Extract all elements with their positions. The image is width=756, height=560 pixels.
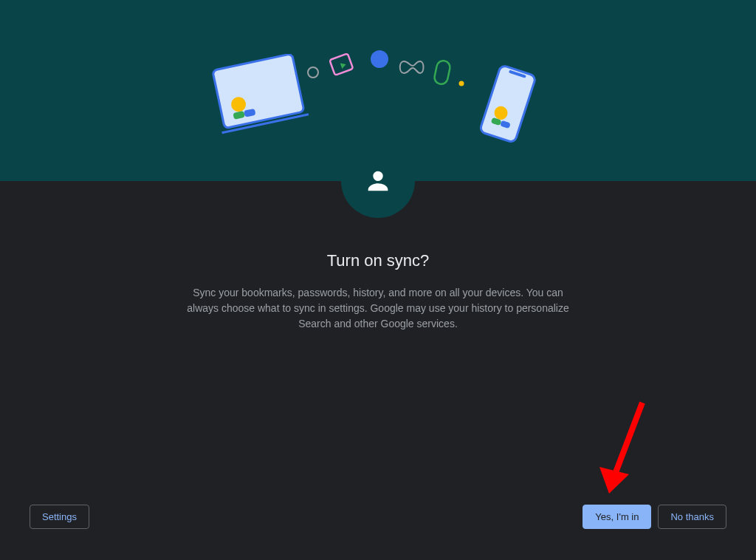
svg-point-7: [371, 50, 388, 68]
laptop-icon: [205, 54, 315, 143]
circle-filled-icon: [368, 48, 391, 70]
page-description: Sync your bookmarks, passwords, history,…: [186, 285, 570, 332]
sync-illustration: [193, 17, 563, 165]
dot-icon: [458, 80, 465, 87]
svg-point-9: [459, 81, 464, 86]
page-title: Turn on sync?: [30, 251, 726, 270]
footer: Settings Yes, I'm in No thanks: [0, 505, 756, 529]
svg-point-5: [308, 67, 318, 78]
svg-point-15: [373, 171, 382, 181]
footer-actions: Yes, I'm in No thanks: [583, 505, 726, 529]
person-icon: [363, 166, 393, 196]
svg-rect-10: [479, 64, 536, 143]
arrow-annotation-icon: [591, 399, 657, 510]
rectangle-icon: [326, 50, 357, 81]
no-thanks-button[interactable]: No thanks: [658, 505, 726, 529]
pill-icon: [431, 58, 453, 87]
settings-button[interactable]: Settings: [30, 505, 89, 529]
yes-button[interactable]: Yes, I'm in: [583, 505, 651, 529]
svg-rect-8: [433, 59, 451, 85]
bean-icon: [396, 58, 426, 77]
circle-outline-icon: [306, 65, 320, 80]
content-area: Turn on sync? Sync your bookmarks, passw…: [0, 251, 756, 332]
avatar: [341, 144, 415, 218]
phone-icon: [474, 61, 540, 150]
